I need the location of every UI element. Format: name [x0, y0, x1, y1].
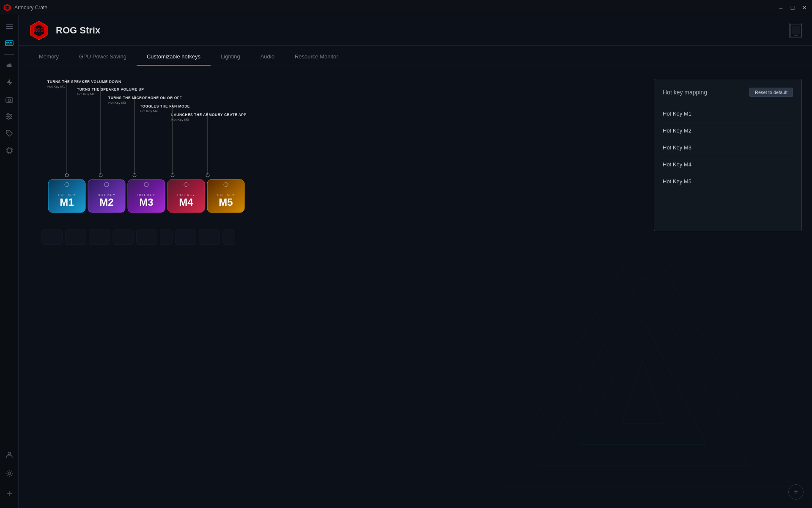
titlebar-left: ROG Armoury Crate — [3, 4, 47, 11]
svg-rect-6 — [5, 41, 13, 46]
svg-text:TOGGLES THE FAN MODE: TOGGLES THE FAN MODE — [140, 104, 190, 108]
svg-point-21 — [8, 118, 9, 119]
close-button[interactable]: ✕ — [800, 3, 809, 12]
svg-point-15 — [8, 99, 11, 102]
svg-text:ROG: ROG — [4, 6, 10, 9]
svg-text:Hot Key M5: Hot Key M5 — [171, 118, 189, 121]
tab-lighting[interactable]: Lighting — [211, 48, 250, 66]
svg-text:Hot Key M2: Hot Key M2 — [77, 92, 95, 96]
main-content: ROG ROG Strix Memory GPU Power Saving Cu… — [19, 15, 812, 508]
mapping-item-m1[interactable]: Hot Key M1 — [663, 105, 793, 122]
sidebar-icon-chip[interactable] — [2, 143, 17, 158]
tab-memory[interactable]: Memory — [29, 48, 69, 66]
svg-rect-10 — [11, 42, 12, 43]
key-placeholder — [65, 229, 86, 245]
svg-point-19 — [7, 113, 9, 115]
rog-title-icon: ROG — [3, 4, 11, 11]
tab-resource-monitor[interactable]: Resource Monitor — [285, 48, 348, 66]
sidebar-icon-cloud[interactable] — [2, 58, 17, 73]
sidebar-icon-settings[interactable] — [2, 466, 17, 481]
sidebar — [0, 15, 19, 508]
svg-text:M3: M3 — [139, 196, 153, 208]
app-title: Armoury Crate — [14, 5, 47, 11]
key-placeholder — [222, 229, 235, 245]
tab-customizable-hotkeys[interactable]: Customizable hotkeys — [137, 48, 211, 66]
svg-rect-23 — [7, 148, 11, 152]
svg-rect-11 — [6, 44, 8, 44]
app-container: ROG ROG Strix Memory GPU Power Saving Cu… — [0, 15, 812, 508]
mapping-header: Hot key mapping Reset to default — [663, 88, 793, 97]
content-area: TURNS THE SPEAKER VOLUME DOWN Hot Key M1… — [19, 66, 812, 508]
tab-audio[interactable]: Audio — [250, 48, 285, 66]
minimize-button[interactable]: ‒ — [776, 3, 785, 12]
callout-svg: TURNS THE SPEAKER VOLUME DOWN Hot Key M1… — [46, 79, 249, 223]
titlebar: ROG Armoury Crate ‒ □ ✕ — [0, 0, 812, 15]
mapping-panel: Hot key mapping Reset to default Hot Key… — [654, 79, 802, 231]
svg-point-33 — [8, 472, 11, 475]
mapping-item-m3[interactable]: Hot Key M3 — [663, 139, 793, 156]
svg-rect-9 — [10, 42, 11, 43]
sidebar-icon-sliders[interactable] — [2, 109, 17, 124]
rog-logo: ROG — [29, 20, 49, 41]
svg-text:Hot Key M3: Hot Key M3 — [108, 101, 126, 105]
svg-text:M2: M2 — [99, 196, 113, 208]
device-icon — [789, 23, 802, 38]
device-name: ROG Strix — [56, 25, 100, 36]
tab-bar: Memory GPU Power Saving Customizable hot… — [19, 46, 812, 66]
keyboard-placeholder-row — [41, 229, 645, 245]
key-placeholder — [89, 229, 110, 245]
bottom-add-button[interactable]: + — [788, 484, 804, 500]
mapping-item-m5[interactable]: Hot Key M5 — [663, 173, 793, 190]
svg-text:ROG: ROG — [34, 28, 44, 33]
sidebar-icon-user[interactable] — [2, 447, 17, 462]
svg-rect-8 — [8, 42, 9, 43]
svg-text:M4: M4 — [179, 196, 193, 208]
mapping-item-m4[interactable]: Hot Key M4 — [663, 156, 793, 173]
tab-gpu-power-saving[interactable]: GPU Power Saving — [69, 48, 137, 66]
svg-text:Hot Key M4: Hot Key M4 — [140, 109, 158, 113]
key-placeholder — [175, 229, 196, 245]
svg-point-20 — [10, 116, 11, 117]
svg-point-32 — [8, 452, 11, 455]
hotkeys-panel: TURNS THE SPEAKER VOLUME DOWN Hot Key M1… — [19, 66, 812, 508]
svg-text:Hot Key M1: Hot Key M1 — [47, 85, 65, 88]
reset-to-default-button[interactable]: Reset to default — [749, 88, 793, 97]
svg-text:LAUNCHES THE ARMOURY CRATE APP: LAUNCHES THE ARMOURY CRATE APP — [171, 113, 247, 117]
svg-rect-7 — [6, 42, 8, 43]
sidebar-icon-tag[interactable] — [2, 126, 17, 141]
svg-text:M5: M5 — [219, 196, 233, 208]
svg-rect-41 — [794, 35, 798, 36]
header-right — [789, 23, 802, 38]
maximize-button[interactable]: □ — [788, 3, 797, 12]
mapping-title: Hot key mapping — [663, 89, 707, 96]
svg-text:TURNS THE SPEAKER VOLUME DOWN: TURNS THE SPEAKER VOLUME DOWN — [47, 80, 121, 84]
key-placeholder — [160, 229, 173, 245]
svg-rect-40 — [792, 26, 800, 34]
svg-point-22 — [7, 132, 8, 133]
sidebar-icon-menu[interactable] — [2, 19, 17, 34]
svg-rect-4 — [6, 26, 13, 27]
svg-rect-5 — [6, 28, 13, 29]
titlebar-controls: ‒ □ ✕ — [776, 3, 809, 12]
key-placeholder — [199, 229, 220, 245]
svg-text:TURNS THE SPEAKER VOLUME UP: TURNS THE SPEAKER VOLUME UP — [77, 87, 144, 91]
key-placeholder — [136, 229, 157, 245]
sidebar-add-button[interactable] — [2, 486, 17, 501]
svg-text:M1: M1 — [60, 196, 74, 208]
key-placeholder — [112, 229, 134, 245]
sidebar-icon-keyboard[interactable] — [2, 36, 17, 51]
sidebar-icon-lightning[interactable] — [2, 75, 17, 90]
key-placeholder — [41, 229, 63, 245]
mapping-items-list: Hot Key M1 Hot Key M2 Hot Key M3 Hot Key… — [663, 105, 793, 190]
svg-rect-3 — [6, 24, 13, 25]
svg-text:TURNS THE MICROPHONE ON OR OFF: TURNS THE MICROPHONE ON OR OFF — [108, 96, 182, 100]
sidebar-icon-camera[interactable] — [2, 92, 17, 107]
mapping-item-m2[interactable]: Hot Key M2 — [663, 122, 793, 139]
svg-rect-13 — [11, 44, 12, 44]
header: ROG ROG Strix — [19, 15, 812, 46]
keyboard-area: TURNS THE SPEAKER VOLUME DOWN Hot Key M1… — [29, 75, 645, 500]
svg-rect-12 — [9, 44, 11, 44]
